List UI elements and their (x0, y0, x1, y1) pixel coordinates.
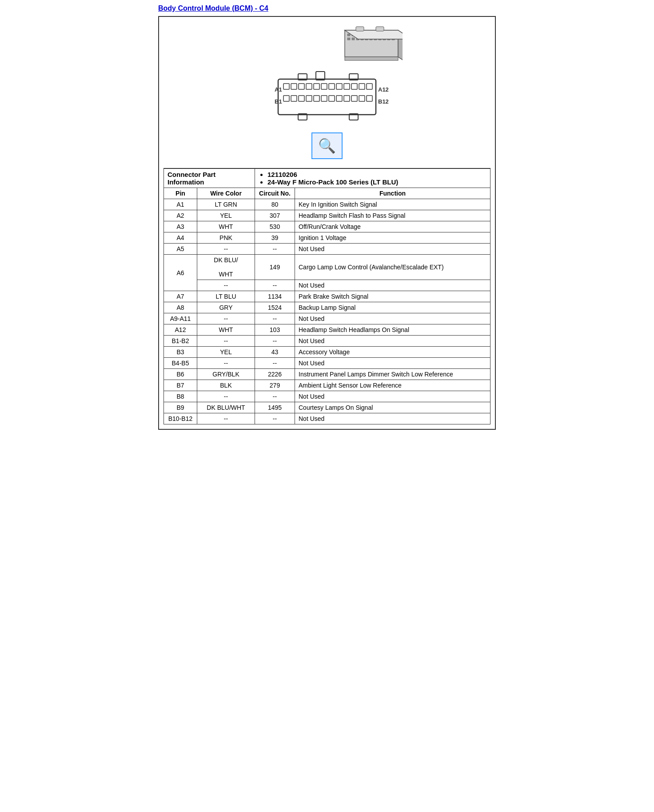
svg-rect-47 (351, 84, 357, 89)
pin-cell: B8 (164, 391, 197, 402)
diagram-area: A1 B1 A12 B12 (164, 21, 490, 168)
function-cell: Instrument Panel Lamps Dimmer Switch Low… (295, 369, 490, 380)
function-cell: Not Used (295, 313, 490, 324)
pin-cell: A5 (164, 244, 197, 255)
svg-text:A12: A12 (378, 86, 389, 93)
header-function: Function (295, 188, 490, 199)
wire-cell: GRY/BLK (197, 369, 255, 380)
svg-rect-57 (336, 96, 342, 101)
part-number-2: 24-Way F Micro-Pack 100 Series (LT BLU) (267, 178, 487, 186)
function-cell: Not Used (295, 358, 490, 369)
function-cell: Headlamp Switch Flash to Pass Signal (295, 210, 490, 221)
function-cell: Headlamp Switch Headlamps On Signal (295, 324, 490, 336)
circuit-cell: -- (255, 280, 295, 291)
page-title: Body Control Module (BCM) - C4 (158, 4, 496, 12)
table-row: B10-B12----Not Used (164, 413, 490, 424)
table-row: A4PNK39Ignition 1 Voltage (164, 232, 490, 244)
pin-cell: B1-B2 (164, 336, 197, 347)
table-row: A8GRY1524Backup Lamp Signal (164, 302, 490, 313)
svg-rect-12 (347, 38, 350, 40)
pin-cell: B4-B5 (164, 358, 197, 369)
function-cell: Not Used (295, 244, 490, 255)
table-row: A7LT BLU1134Park Brake Switch Signal (164, 291, 490, 302)
circuit-cell: -- (255, 413, 295, 424)
pin-cell: A9-A11 (164, 313, 197, 324)
function-cell: Key In Ignition Switch Signal (295, 199, 490, 210)
svg-rect-44 (329, 84, 335, 89)
svg-rect-39 (291, 84, 297, 89)
pin-cell: A3 (164, 221, 197, 232)
svg-rect-26 (376, 27, 384, 31)
circuit-cell: 39 (255, 232, 295, 244)
svg-rect-49 (367, 84, 372, 89)
circuit-cell: 1524 (255, 302, 295, 313)
magnifier-button[interactable]: 🔍 (311, 132, 343, 159)
circuit-cell: -- (255, 391, 295, 402)
svg-rect-45 (336, 84, 342, 89)
svg-rect-54 (314, 96, 319, 101)
svg-rect-59 (351, 96, 357, 101)
part-info-row: Connector Part Information 12110206 24-W… (164, 169, 490, 188)
table-row: A1LT GRN80Key In Ignition Switch Signal (164, 199, 490, 210)
wire-cell: -- (197, 336, 255, 347)
table-row: A5----Not Used (164, 244, 490, 255)
pin-cell: B7 (164, 380, 197, 391)
circuit-cell: 279 (255, 380, 295, 391)
svg-rect-43 (321, 84, 327, 89)
svg-rect-27 (345, 57, 398, 60)
pin-cell: B3 (164, 347, 197, 358)
pin-cell: A4 (164, 232, 197, 244)
svg-rect-46 (344, 84, 350, 89)
pin-cell: B6 (164, 369, 197, 380)
svg-rect-58 (344, 96, 350, 101)
circuit-cell: -- (255, 358, 295, 369)
svg-rect-48 (359, 84, 365, 89)
table-row: A2YEL307Headlamp Switch Flash to Pass Si… (164, 210, 490, 221)
svg-rect-25 (356, 27, 364, 31)
pin-cell: A12 (164, 324, 197, 336)
wire-cell: -- (197, 280, 255, 291)
function-cell: Courtesy Lamps On Signal (295, 402, 490, 413)
function-cell: Accessory Voltage (295, 347, 490, 358)
wire-cell: DK BLU/WHT (197, 402, 255, 413)
wire-cell: BLK (197, 380, 255, 391)
part-numbers-cell: 12110206 24-Way F Micro-Pack 100 Series … (255, 169, 490, 188)
svg-rect-53 (306, 96, 312, 101)
part-numbers-list: 12110206 24-Way F Micro-Pack 100 Series … (259, 171, 487, 186)
wire-cell: GRY (197, 302, 255, 313)
table-row: B3YEL43Accessory Voltage (164, 347, 490, 358)
connector-table: Connector Part Information 12110206 24-W… (164, 168, 490, 424)
wire-cell: LT BLU (197, 291, 255, 302)
circuit-cell: 103 (255, 324, 295, 336)
svg-text:B12: B12 (378, 98, 389, 105)
magnifier-icon: 🔍 (318, 137, 336, 154)
table-row: B9DK BLU/WHT1495Courtesy Lamps On Signal (164, 402, 490, 413)
function-cell: Park Brake Switch Signal (295, 291, 490, 302)
pin-cell: A7 (164, 291, 197, 302)
function-cell: Not Used (295, 280, 490, 291)
function-cell: Off/Run/Crank Voltage (295, 221, 490, 232)
pin-cell: A8 (164, 302, 197, 313)
table-row: ----Not Used (164, 280, 490, 291)
svg-rect-38 (283, 84, 289, 89)
pin-cell: B9 (164, 402, 197, 413)
wire-cell: -- (197, 358, 255, 369)
circuit-cell: 149 (255, 255, 295, 280)
wire-cell: WHT (197, 324, 255, 336)
wire-cell: YEL (197, 347, 255, 358)
pin-cell: A2 (164, 210, 197, 221)
circuit-cell: -- (255, 336, 295, 347)
function-cell: Not Used (295, 391, 490, 402)
function-cell: Ignition 1 Voltage (295, 232, 490, 244)
svg-rect-60 (359, 96, 365, 101)
function-cell: Cargo Lamp Low Control (Avalanche/Escala… (295, 255, 490, 280)
table-row: B1-B2----Not Used (164, 336, 490, 347)
function-cell: Not Used (295, 336, 490, 347)
wire-cell: -- (197, 244, 255, 255)
svg-rect-42 (314, 84, 319, 89)
wire-cell: -- (197, 391, 255, 402)
svg-rect-61 (367, 96, 372, 101)
svg-rect-55 (321, 96, 327, 101)
table-row: A12WHT103Headlamp Switch Headlamps On Si… (164, 324, 490, 336)
svg-rect-1 (347, 34, 350, 36)
